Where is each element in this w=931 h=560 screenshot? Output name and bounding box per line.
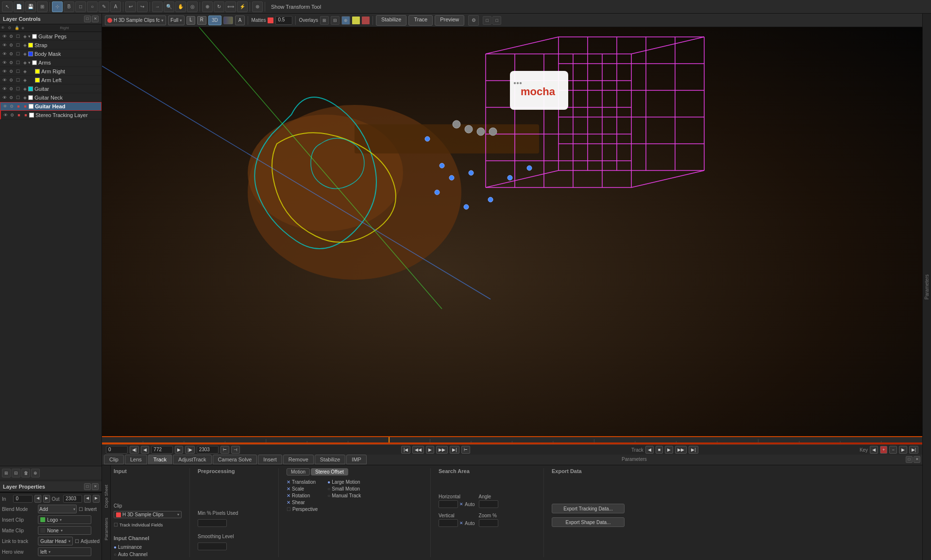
eye-icon[interactable]: 👁 [1,33,8,40]
bezier-icon[interactable]: B [64,1,74,12]
tc-track-back[interactable]: ◀ [645,446,654,454]
file-icon[interactable]: 📄 [14,1,24,12]
overlay-color3[interactable] [362,17,370,24]
text-icon[interactable]: A [110,1,121,12]
list-item[interactable]: 👁 ⚙ ☐ ◈ Arm Left [0,76,102,85]
ref-icon[interactable]: ■ [22,103,29,110]
translation-check[interactable]: ✕ Translation [287,479,318,485]
frame-start[interactable]: 0 [106,446,128,454]
tc-start[interactable]: ⊣ [231,446,240,454]
lp-close-icon[interactable]: ✕ [92,483,99,490]
subtab-stereo-offset[interactable]: Stereo Offset [311,468,348,475]
tc-end2[interactable]: ⊢ [461,446,470,454]
hero-view-dropdown[interactable]: left ▾ [38,547,91,556]
link-to-track-dropdown[interactable]: Guitar Head ▾ [38,537,73,545]
overlay-value[interactable]: 0.5 [275,16,292,25]
eye-icon[interactable]: 👁 [2,112,9,119]
auto-channel-radio[interactable]: ○ Auto Channel [114,552,182,557]
tc-next-key[interactable]: |▶ [185,446,194,454]
adjusted-check[interactable]: ☐ Adjusted [75,539,100,544]
out-value[interactable]: 2303 [63,495,82,503]
magnet-icon[interactable]: ⊛ [252,1,263,12]
cursor-icon[interactable]: ⊹ [52,1,63,12]
eye-icon[interactable]: 👁 [1,42,8,49]
manual-track-radio[interactable]: ○ Manual Track [327,493,361,498]
list-item[interactable]: 👁 ⚙ ☐ ◈ Arm Right [0,67,102,76]
gear-icon[interactable]: ⚙ [8,103,15,110]
lock-icon[interactable]: ☐ [15,68,21,75]
list-item[interactable]: 👁 ⚙ ☐ ◈ ▾ Guitar Pegs [0,32,102,41]
lock-icon[interactable]: ☐ [15,51,21,57]
clip-select[interactable]: H 3D Sample Clips ▾ [114,511,182,518]
pen-icon[interactable]: ✎ [99,1,109,12]
ref-icon[interactable]: ◈ [21,59,28,66]
vertical-input[interactable]: 100 [439,519,458,527]
bottom-panel-expand[interactable]: □ [906,456,913,463]
tab-remove[interactable]: Remove [283,455,314,464]
gear-icon[interactable]: ⚙ [9,112,16,119]
ref-icon[interactable]: ◈ [21,33,28,40]
delete-layer-icon[interactable]: 🗑 [21,469,30,477]
gear-icon[interactable]: ⚙ [8,33,15,40]
color-picker-icon[interactable] [223,17,233,24]
blend-mode-select[interactable]: Add ▾ [38,505,77,513]
panel-collapse-icon[interactable]: □ [84,16,91,22]
tc-end[interactable]: ⊢ [220,446,229,454]
tc-key-prev[interactable]: ◀ [870,446,878,454]
out-arrow-left[interactable]: ◀ [84,495,91,503]
lock-icon[interactable]: ☐ [15,33,21,40]
ref-icon[interactable]: ◈ [21,77,28,84]
ref-icon[interactable]: ◈ [21,51,28,57]
a-btn[interactable]: A [235,16,245,25]
tc-key-next[interactable]: ▶ [899,446,907,454]
lock-icon[interactable]: ☐ [15,85,21,92]
eye-icon[interactable]: 👁 [1,85,8,92]
target-icon[interactable]: ◎ [187,1,198,12]
eye-icon[interactable]: 👁 [1,94,8,101]
tc-step-back[interactable]: |◀ [401,446,410,454]
perspective-check[interactable]: ☐ Perspective [287,507,318,512]
viewer-extra2[interactable]: □ [492,16,501,25]
bottom-panel-close[interactable]: ✕ [914,456,920,463]
lock-icon[interactable]: ☐ [15,59,21,66]
tab-adjusttrack[interactable]: AdjustTrack [173,455,212,464]
preview-btn[interactable]: Preview [435,15,464,26]
list-item[interactable]: 👁 ⚙ ☐ ◈ Body Mask [0,50,102,58]
frame-mid[interactable]: 772 [151,446,173,454]
tab-lens[interactable]: Lens [125,455,147,464]
gear-icon[interactable]: ⚙ [8,68,15,75]
eye-icon[interactable]: 👁 [1,103,8,110]
lp-collapse-icon[interactable]: □ [84,483,91,490]
tc-next[interactable]: ▶ [175,446,183,454]
rect-icon[interactable]: □ [75,1,86,12]
duplicate-layer-icon[interactable]: ⊟ [12,469,20,477]
tab-camerasolve[interactable]: Camera Solve [213,455,257,464]
left-btn[interactable]: L [186,16,195,25]
tc-key-del[interactable]: − [889,446,897,454]
eye-icon[interactable]: 👁 [1,77,8,84]
smoothing-input[interactable]: 0 [198,543,227,550]
invert-check[interactable]: ☐ Invert [79,507,97,512]
tc-key-end[interactable]: ▶| [909,446,918,454]
trace-btn[interactable]: Trace [408,15,433,26]
lock-icon[interactable]: ☐ [15,77,21,84]
in-value[interactable]: 0 [13,495,32,503]
panel-close-icon[interactable]: ✕ [92,16,99,22]
gear-icon[interactable]: ⚙ [8,59,15,66]
rot-icon[interactable]: ↻ [214,1,224,12]
grid-icon[interactable]: ⊞ [37,1,48,12]
clip-dropdown[interactable]: H 3D Sample Clips fc ▾ [105,16,166,25]
track-individual-fields[interactable]: ☐ Track Individual Fields [114,522,182,527]
in-arrow-right[interactable]: ▶ [43,495,50,503]
tc-prev-key[interactable]: ◀| [130,446,139,454]
scale-icon[interactable]: ⟺ [225,1,236,12]
gear-icon[interactable]: ⚙ [8,42,15,49]
tc-play-fwd[interactable]: ▶▶ [436,446,448,454]
more-layer-icon[interactable]: ⊕ [31,469,40,477]
large-motion-radio[interactable]: ● Large Motion [327,479,361,485]
matte-clip-dropdown[interactable]: None ▾ [38,526,91,535]
right-btn[interactable]: R [197,16,206,25]
horizontal-input[interactable]: 100 [439,500,458,508]
eye-icon[interactable]: 👁 [1,59,8,66]
subtab-motion[interactable]: Motion [287,468,310,475]
